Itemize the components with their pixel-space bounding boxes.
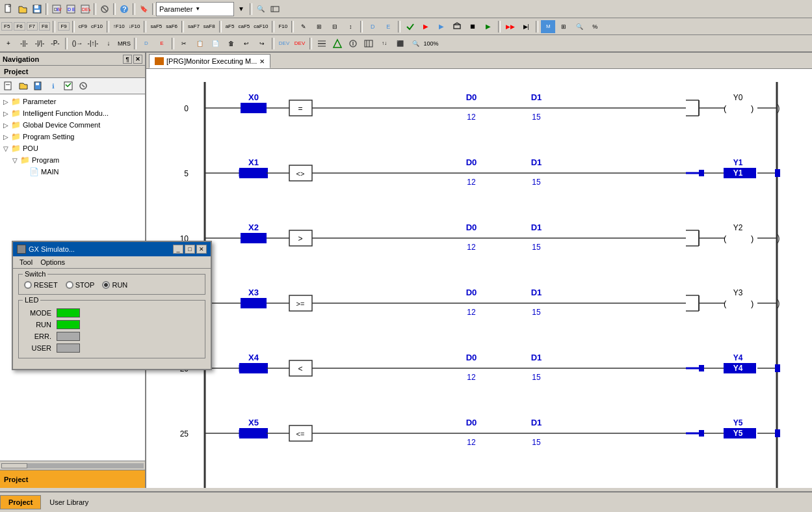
main-tab[interactable]: [PRG]Monitor Executing M... ✕	[149, 54, 270, 68]
search-button[interactable]: 🔍	[254, 3, 268, 16]
r3-b1[interactable]: +	[1, 37, 16, 50]
r3-b5[interactable]: ()→	[70, 37, 85, 50]
tree-item-globaldev[interactable]: ▷ 📁 Global Device Comment	[0, 119, 145, 131]
r3-b26[interactable]: 100%	[424, 37, 438, 50]
tb-run1[interactable]: ▶▶	[503, 20, 517, 33]
fkey-caf5[interactable]: caF5	[237, 23, 251, 30]
tb-run2[interactable]: ▶|	[519, 20, 533, 33]
save-button[interactable]	[30, 3, 44, 16]
tb-tool2[interactable]: ⊞	[312, 20, 326, 33]
expand-intfunc[interactable]: ▷	[1, 110, 10, 117]
tb-zoom[interactable]: %	[588, 20, 602, 33]
tb-debug2[interactable]: ▶	[434, 20, 449, 33]
radio-stop[interactable]: STOP	[66, 281, 95, 289]
wrench-button[interactable]	[98, 3, 112, 16]
sim-menu-options[interactable]: Options	[36, 258, 69, 267]
fkey-saf8[interactable]: saF8	[202, 23, 216, 30]
contact-x0[interactable]	[241, 103, 267, 113]
fkey-saf5[interactable]: saF5	[149, 23, 163, 30]
expand-pou[interactable]: ▽	[1, 145, 10, 152]
tb-verify[interactable]	[403, 20, 417, 33]
r3-b13[interactable]: 📄	[208, 37, 222, 50]
r3-b17[interactable]: DEV	[277, 37, 291, 50]
nav-tb2[interactable]	[16, 79, 31, 92]
tb-debug1[interactable]: ▶	[419, 20, 433, 33]
nav-pin-button[interactable]: ¶	[123, 55, 132, 64]
expand-program[interactable]: ▽	[10, 157, 20, 164]
fkey-cf9[interactable]: cF9	[77, 23, 88, 30]
tb-tool5[interactable]: D	[365, 20, 380, 33]
nav-scroll-track[interactable]	[1, 463, 144, 468]
fkey-f9[interactable]: F9	[58, 22, 69, 31]
radio-btn-run[interactable]	[102, 281, 110, 289]
fkey-saf6[interactable]: saF6	[164, 23, 179, 30]
fkey-f5[interactable]: F5	[1, 22, 12, 31]
tb-btn4[interactable]: DEV	[49, 3, 64, 16]
r3-b24[interactable]: ⬛	[393, 37, 407, 50]
contact-x3[interactable]	[241, 298, 267, 308]
fkey-saf7[interactable]: saF7	[187, 23, 201, 30]
r3-b10[interactable]: E	[155, 37, 169, 50]
tree-item-intfunc[interactable]: ▷ 📁 Intelligent Function Modu...	[0, 107, 145, 119]
tb-right1[interactable]	[268, 3, 282, 16]
nav-tb5[interactable]	[61, 79, 75, 92]
expand-progsetting[interactable]: ▷	[1, 133, 10, 141]
tb-debug5[interactable]: ▶	[481, 20, 495, 33]
r3-b2[interactable]: -||-	[17, 37, 31, 50]
tb-btn5[interactable]: D E V	[64, 3, 78, 16]
nav-close-button[interactable]: ✕	[133, 55, 142, 64]
tree-item-pou[interactable]: ▽ 📁 POU	[0, 142, 145, 154]
tb-debug3[interactable]	[450, 20, 464, 33]
r3-b12[interactable]: 📋	[192, 37, 207, 50]
tb-monitor3[interactable]: 🔍	[572, 20, 586, 33]
expand-globaldev[interactable]: ▷	[1, 122, 10, 129]
r3-b23[interactable]: ↑↓	[377, 37, 391, 50]
fkey-f7[interactable]: F7	[27, 22, 38, 31]
tb-monitor1[interactable]: M	[541, 20, 555, 33]
r3-b21[interactable]	[346, 37, 360, 50]
r3-b22[interactable]	[361, 37, 376, 50]
r3-b3[interactable]: -|/|-	[33, 37, 47, 50]
tb-debug4[interactable]: ⏹	[465, 20, 480, 33]
tb-monitor2[interactable]: ⊞	[557, 20, 571, 33]
r3-b4[interactable]: -P-	[48, 37, 62, 50]
tab-close-button[interactable]: ✕	[259, 58, 265, 65]
nav-tb1[interactable]	[1, 79, 16, 92]
r3-b7[interactable]: ↓	[101, 37, 116, 50]
tb-tool1[interactable]: ✎	[296, 20, 311, 33]
tree-item-progsetting[interactable]: ▷ 📁 Program Setting	[0, 131, 145, 142]
r3-b16[interactable]: ↪	[255, 37, 269, 50]
sim-minimize-button[interactable]: _	[173, 245, 183, 254]
radio-btn-reset[interactable]	[24, 281, 32, 289]
fkey-af5b[interactable]: aF5	[224, 23, 236, 30]
nav-tb6[interactable]	[76, 79, 90, 92]
r3-b11[interactable]: ✂	[177, 37, 191, 50]
help-button[interactable]: ?	[117, 3, 131, 16]
sim-close-button[interactable]: ✕	[196, 245, 207, 254]
r3-b19[interactable]	[315, 37, 329, 50]
dropdown-arrow-btn[interactable]: ▼	[234, 3, 248, 16]
tb-btn6[interactable]: DEV	[78, 3, 92, 16]
tree-item-main[interactable]: ▷ 📄 MAIN	[0, 166, 145, 178]
radio-btn-stop[interactable]	[66, 281, 73, 289]
r3-b15[interactable]: ↩	[239, 37, 254, 50]
tb-tool6[interactable]: E	[381, 20, 395, 33]
r3-b14[interactable]: 🗑	[224, 37, 238, 50]
r3-b6[interactable]: -|↑|-	[86, 37, 100, 50]
nav-tb3[interactable]	[31, 79, 46, 92]
sim-restore-button[interactable]: □	[185, 245, 195, 254]
r3-b20[interactable]	[330, 37, 345, 50]
r3-b18[interactable]: DEV	[293, 37, 307, 50]
bottom-tab-project[interactable]: Project	[0, 495, 41, 509]
open-button[interactable]	[16, 3, 30, 16]
r3-b9[interactable]: D	[139, 37, 153, 50]
nav-tb4[interactable]: ℹ	[46, 79, 60, 92]
tree-item-program[interactable]: ▽ 📁 Program	[0, 154, 145, 166]
radio-run[interactable]: RUN	[102, 281, 127, 289]
nav-scrollbar[interactable]	[0, 461, 145, 470]
fkey-caf10[interactable]: caF10	[252, 23, 269, 30]
nav-project-tab[interactable]: Project	[0, 470, 145, 488]
contact-x2[interactable]	[241, 233, 267, 243]
fkey-f6[interactable]: F6	[14, 22, 25, 31]
bottom-tab-userlibrary[interactable]: User Library	[41, 495, 97, 509]
